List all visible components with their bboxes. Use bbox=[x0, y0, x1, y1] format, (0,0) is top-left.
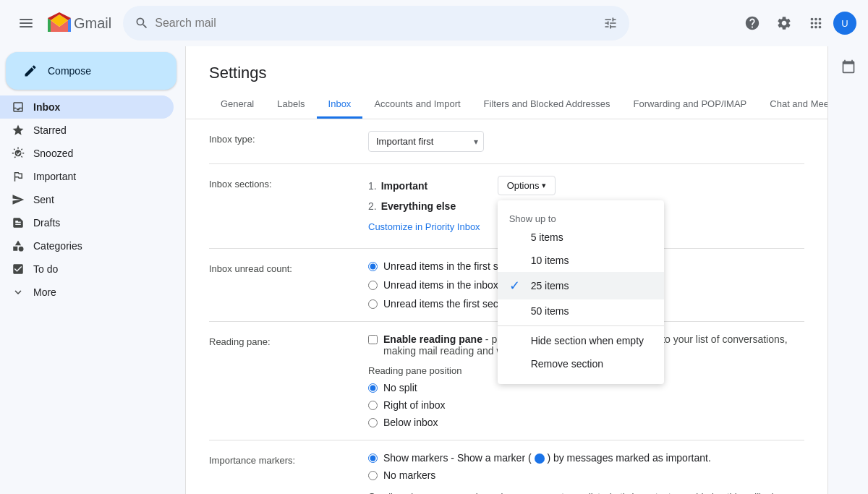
no-split-radio[interactable] bbox=[368, 383, 378, 393]
customize-link[interactable]: Customize in Priority Inbox bbox=[368, 221, 480, 232]
dropdown-item-remove[interactable]: Remove section bbox=[498, 352, 664, 375]
sidebar-item-categories[interactable]: Categories bbox=[0, 234, 174, 257]
search-input[interactable] bbox=[155, 17, 597, 30]
below-inbox-radio[interactable] bbox=[368, 418, 378, 427]
search-bar[interactable] bbox=[123, 6, 629, 41]
options-button[interactable]: Options ▾ bbox=[498, 176, 556, 195]
inbox-icon bbox=[12, 101, 25, 114]
section-name-1: Important bbox=[381, 176, 428, 196]
sidebar-todo-label: To do bbox=[33, 263, 58, 275]
unread-first-alt-radio[interactable] bbox=[368, 299, 378, 309]
importance-markers-row: Importance markers: Show markers - Show … bbox=[209, 440, 804, 494]
more-icon bbox=[12, 286, 25, 299]
section-name-2: Everything else bbox=[381, 196, 456, 216]
compose-pencil-icon bbox=[23, 64, 38, 78]
important-icon bbox=[12, 170, 25, 183]
settings-title: Settings bbox=[186, 46, 827, 91]
items-25-label: 25 items bbox=[531, 280, 569, 291]
position-right[interactable]: Right of inbox bbox=[368, 399, 804, 411]
search-tune-icon[interactable] bbox=[603, 16, 618, 30]
dropdown-item-10[interactable]: 10 items bbox=[498, 249, 664, 272]
settings-button[interactable] bbox=[770, 9, 799, 38]
check-25-icon: ✓ bbox=[509, 278, 524, 294]
right-panel-tab1[interactable] bbox=[834, 52, 863, 81]
options-dropdown-menu: Show up to 5 items 10 items bbox=[498, 200, 664, 384]
items-10-label: 10 items bbox=[531, 255, 569, 266]
sidebar-item-todo[interactable]: To do bbox=[0, 257, 174, 281]
no-markers-option[interactable]: No markers bbox=[368, 469, 804, 481]
sidebar-item-snoozed[interactable]: Snoozed bbox=[0, 142, 174, 165]
dropdown-item-hide[interactable]: Hide section when empty bbox=[498, 329, 664, 352]
sidebar-item-drafts[interactable]: Drafts bbox=[0, 211, 174, 234]
hamburger-icon bbox=[20, 19, 33, 27]
sidebar-inbox-label: Inbox bbox=[33, 101, 60, 113]
position-below[interactable]: Below inbox bbox=[368, 417, 804, 428]
section-num-1: 1. bbox=[368, 176, 377, 196]
compose-button[interactable]: Compose bbox=[6, 52, 176, 90]
dropdown-section-hide-remove: Hide section when empty Remove section bbox=[498, 326, 664, 378]
gmail-logo-text: Gmail bbox=[74, 15, 111, 32]
inbox-type-row: Inbox type: Default Important first Unre… bbox=[209, 119, 804, 164]
show-markers-option[interactable]: Show markers - Show a marker ( ) by mess… bbox=[368, 452, 804, 464]
options-wrapper: Options ▾ Show up to 5 it bbox=[498, 176, 556, 195]
svg-rect-2 bbox=[20, 26, 33, 27]
below-inbox-label: Below inbox bbox=[383, 417, 438, 428]
search-icon bbox=[135, 16, 149, 30]
sidebar-item-starred[interactable]: Starred bbox=[0, 119, 174, 142]
tab-inbox[interactable]: Inbox bbox=[317, 91, 363, 119]
sidebar-more-label: More bbox=[33, 286, 56, 298]
tab-general[interactable]: General bbox=[209, 91, 265, 119]
no-markers-label: No markers bbox=[383, 469, 435, 481]
help-icon bbox=[744, 15, 760, 31]
settings-tabs: General Labels Inbox Accounts and Import… bbox=[186, 91, 827, 119]
calendar-icon bbox=[841, 59, 856, 74]
no-markers-radio[interactable] bbox=[368, 471, 378, 480]
sidebar-item-more[interactable]: More bbox=[0, 281, 174, 304]
sent-icon bbox=[12, 193, 25, 206]
unread-first-radio[interactable] bbox=[368, 262, 378, 271]
sidebar-item-sent[interactable]: Sent bbox=[0, 188, 174, 211]
user-avatar[interactable]: U bbox=[833, 12, 856, 35]
tab-chat[interactable]: Chat and Meet bbox=[758, 91, 827, 119]
svg-rect-1 bbox=[20, 22, 33, 24]
help-button[interactable] bbox=[738, 9, 767, 38]
drafts-icon bbox=[12, 216, 25, 229]
enable-reading-pane-label: Enable reading pane bbox=[383, 333, 482, 345]
inbox-type-select[interactable]: Default Important first Unread first Sta… bbox=[368, 131, 484, 152]
unread-all-radio[interactable] bbox=[368, 281, 378, 290]
dropdown-item-25[interactable]: ✓ 25 items bbox=[498, 272, 664, 299]
sidebar-sent-label: Sent bbox=[33, 194, 54, 205]
sidebar-item-inbox[interactable]: Inbox bbox=[0, 95, 174, 119]
apps-button[interactable] bbox=[801, 9, 830, 38]
starred-icon bbox=[12, 124, 25, 137]
show-markers-text: Show markers - Show a marker ( ) by mess… bbox=[383, 452, 711, 464]
dropdown-item-5[interactable]: 5 items bbox=[498, 226, 664, 249]
sidebar-drafts-label: Drafts bbox=[33, 217, 60, 229]
items-50-label: 50 items bbox=[531, 305, 569, 317]
enable-reading-pane-checkbox[interactable] bbox=[368, 335, 378, 344]
options-btn-label: Options bbox=[507, 180, 540, 191]
gmail-analyzes-description: Gmail analyzes your new incoming message… bbox=[368, 490, 804, 494]
right-of-inbox-label: Right of inbox bbox=[383, 399, 446, 411]
right-of-inbox-radio[interactable] bbox=[368, 401, 378, 410]
right-side-panel bbox=[827, 46, 868, 494]
todo-icon bbox=[12, 263, 25, 276]
dropdown-item-50[interactable]: 50 items bbox=[498, 299, 664, 323]
inbox-type-label: Inbox type: bbox=[209, 131, 368, 145]
items-5-label: 5 items bbox=[531, 231, 563, 243]
importance-markers-label: Importance markers: bbox=[209, 452, 368, 466]
sections-list: 1. Important 2. Everything else Customiz… bbox=[368, 176, 480, 237]
tab-filters[interactable]: Filters and Blocked Addresses bbox=[472, 91, 622, 119]
remove-section-label: Remove section bbox=[531, 358, 603, 370]
hide-section-label: Hide section when empty bbox=[531, 335, 644, 346]
tab-labels[interactable]: Labels bbox=[265, 91, 316, 119]
section-num-2: 2. bbox=[368, 196, 377, 216]
sidebar-categories-label: Categories bbox=[33, 240, 82, 252]
tab-accounts[interactable]: Accounts and Import bbox=[362, 91, 472, 119]
show-markers-radio[interactable] bbox=[368, 453, 378, 463]
apps-icon bbox=[808, 15, 824, 31]
hamburger-menu-button[interactable] bbox=[12, 9, 41, 38]
tab-forwarding[interactable]: Forwarding and POP/IMAP bbox=[621, 91, 758, 119]
sidebar: Compose Inbox Starred Snoozed Important … bbox=[0, 46, 185, 494]
sidebar-item-important[interactable]: Important bbox=[0, 165, 174, 188]
